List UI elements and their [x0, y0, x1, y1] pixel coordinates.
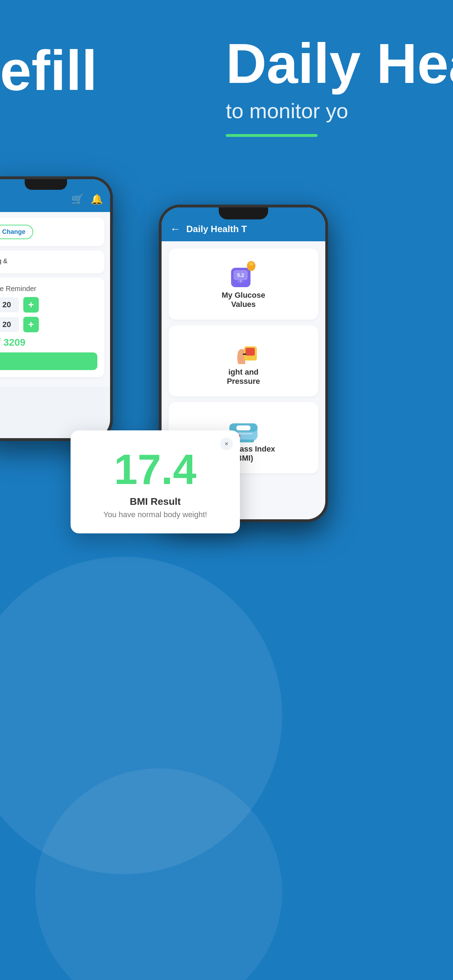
bp-card[interactable]: ight andPressure: [168, 325, 318, 396]
change-button[interactable]: Change: [0, 225, 33, 239]
qty-row-1: 20 +: [0, 297, 97, 313]
screen-title: Daily Health T: [186, 224, 247, 235]
bp-icon: [226, 336, 261, 368]
modal-close-button[interactable]: ×: [220, 438, 233, 450]
price-text: ₹ 3209: [0, 337, 97, 348]
bmi-description: You have normal body weight!: [85, 510, 226, 519]
glucose-card[interactable]: 5.2 ◁▷ My GlucoseValues: [168, 248, 318, 320]
svg-point-5: [249, 262, 254, 266]
reminder-label: ine Reminder: [0, 285, 97, 293]
svg-rect-8: [243, 353, 246, 355]
qty-plus-1[interactable]: +: [23, 297, 39, 313]
phone-frame-left: 🛒 🔔 Change ng & ine Reminder 20 +: [0, 177, 113, 441]
left-phone-content: Change ng & ine Reminder 20 + 20 + ₹ 320…: [0, 212, 110, 387]
header-subtitle: to monitor yo: [226, 99, 348, 123]
qty-row-2: 20 +: [0, 317, 97, 332]
svg-rect-7: [246, 348, 255, 356]
header-underline: [226, 134, 318, 137]
svg-rect-11: [236, 425, 251, 430]
card-text: ng &: [0, 258, 97, 265]
cart-icon[interactable]: 🛒: [71, 193, 84, 205]
phone-notch-right: [219, 207, 268, 220]
bell-icon[interactable]: 🔔: [91, 193, 103, 205]
change-card: Change: [0, 218, 105, 246]
glucose-icon: 5.2 ◁▷: [226, 259, 261, 291]
reminder-card: ine Reminder 20 + 20 + ₹ 3209: [0, 278, 105, 377]
bmi-modal: × 17.4 BMI Result You have normal body w…: [71, 430, 240, 533]
title-left: efill: [0, 42, 97, 99]
bmi-result-label: BMI Result: [85, 496, 226, 507]
phone-left: 🛒 🔔 Change ng & ine Reminder 20 +: [0, 177, 113, 441]
phone-notch-left: [25, 179, 67, 190]
svg-text:5.2: 5.2: [237, 272, 244, 278]
svg-text:◁▷: ◁▷: [238, 279, 243, 283]
bp-label: ight andPressure: [227, 368, 260, 386]
qty-plus-2[interactable]: +: [23, 317, 39, 332]
back-arrow-icon[interactable]: ←: [170, 223, 181, 235]
bmi-value: 17.4: [85, 448, 226, 490]
qty-value-1: 20: [0, 298, 19, 312]
qty-value-2: 20: [0, 317, 19, 332]
header-area: efill Daily Heat to monitor yo: [0, 0, 453, 64]
phone-screen-left: 🛒 🔔 Change ng & ine Reminder 20 +: [0, 179, 110, 438]
add-button[interactable]: [0, 352, 97, 370]
title-right: Daily Heat: [226, 35, 453, 92]
glucose-label: My GlucoseValues: [222, 291, 265, 309]
text-card: ng &: [0, 250, 105, 274]
